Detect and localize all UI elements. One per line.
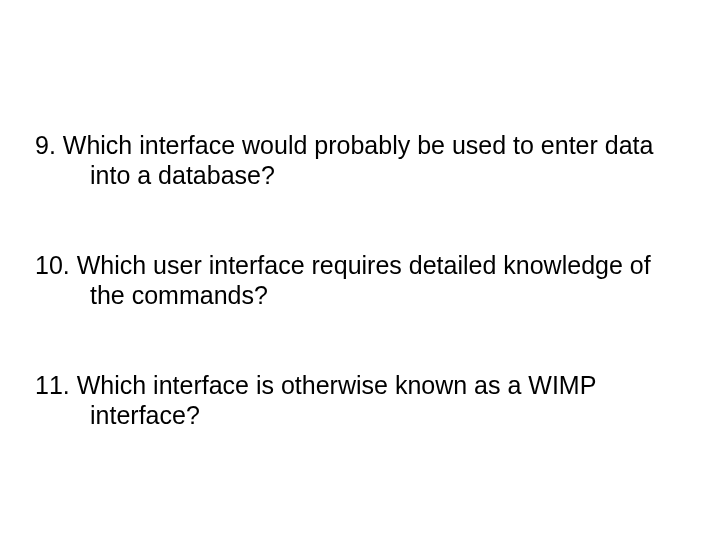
question-number: 11. xyxy=(35,371,70,399)
question-11: 11. Which interface is otherwise known a… xyxy=(35,370,670,430)
question-number: 10. xyxy=(35,251,70,279)
question-10: 10. Which user interface requires detail… xyxy=(35,250,670,310)
question-text: Which user interface requires detailed k… xyxy=(70,251,651,309)
question-number: 9. xyxy=(35,131,56,159)
question-text: Which interface is otherwise known as a … xyxy=(70,371,596,429)
question-9: 9. Which interface would probably be use… xyxy=(35,130,670,190)
question-text: Which interface would probably be used t… xyxy=(56,131,654,189)
